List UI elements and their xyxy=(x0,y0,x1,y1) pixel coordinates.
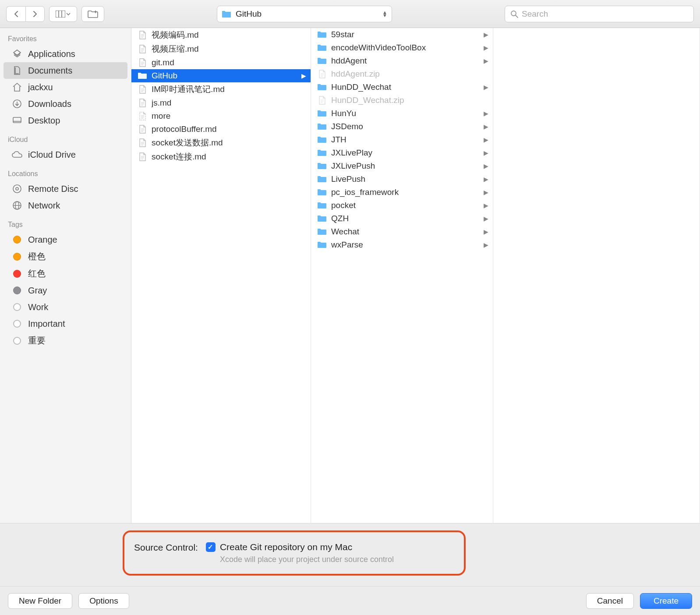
file-row[interactable]: git.md xyxy=(131,56,311,69)
sidebar-section-header: Locations xyxy=(0,163,131,180)
sidebar-section-header: Favorites xyxy=(0,28,131,46)
item-name: JSDemo xyxy=(331,122,479,131)
folder-row[interactable]: QZH▶ xyxy=(311,212,493,225)
folder-row[interactable]: HunYu▶ xyxy=(311,107,493,120)
applications-icon xyxy=(11,48,23,60)
item-name: GitHub xyxy=(152,71,297,81)
folder-icon xyxy=(317,135,327,145)
sidebar-item[interactable]: 重要 xyxy=(0,332,131,349)
folder-icon xyxy=(317,56,327,66)
item-name: pocket xyxy=(331,201,479,210)
folder-row[interactable]: 59star▶ xyxy=(311,28,493,41)
chevron-right-icon: ▶ xyxy=(484,241,488,248)
item-name: HunDD_Wechat.zip xyxy=(331,95,488,105)
folder-row[interactable]: wxParse▶ xyxy=(311,238,493,251)
source-control-checkbox-row[interactable]: ✓ Create Git repository on my Mac xyxy=(206,542,394,552)
file-icon xyxy=(138,44,147,54)
sidebar-item[interactable]: jackxu xyxy=(0,79,131,95)
chevron-right-icon: ▶ xyxy=(484,136,488,143)
file-row[interactable]: protocolBuffer.md xyxy=(131,123,311,136)
folder-row[interactable]: LivePush▶ xyxy=(311,173,493,186)
file-row[interactable]: IM即时通讯笔记.md xyxy=(131,82,311,96)
folder-row[interactable]: GitHub▶ xyxy=(131,69,311,82)
folder-row[interactable]: JXLivePlay▶ xyxy=(311,146,493,159)
sidebar-item-label: Applications xyxy=(28,49,75,59)
documents-icon xyxy=(11,65,23,76)
folder-icon xyxy=(317,187,327,197)
file-icon xyxy=(138,58,147,67)
new-folder-button[interactable]: New Folder xyxy=(8,593,72,609)
source-control-label: Source Control: xyxy=(134,542,198,553)
sidebar-section-header: iCloud xyxy=(0,129,131,146)
file-row[interactable]: more xyxy=(131,110,311,123)
forward-button[interactable] xyxy=(25,6,45,22)
folder-icon xyxy=(317,201,327,210)
view-mode-button[interactable] xyxy=(49,6,77,22)
file-row[interactable]: HunDD_Wechat.zip xyxy=(311,94,493,107)
item-name: wxParse xyxy=(331,240,479,250)
footer: New Folder Options Cancel Create xyxy=(0,586,700,615)
new-folder-toolbar-button[interactable] xyxy=(81,6,104,22)
chevron-right-icon: ▶ xyxy=(484,215,488,222)
source-control-area: Source Control: ✓ Create Git repository … xyxy=(0,523,700,586)
source-control-checkbox-label: Create Git repository on my Mac xyxy=(220,542,352,552)
create-button[interactable]: Create xyxy=(640,593,692,609)
folder-icon xyxy=(317,240,327,250)
column-2: 59star▶encodeWithVideoToolBox▶hddAgent▶h… xyxy=(311,28,493,523)
network-icon xyxy=(11,200,23,211)
sidebar-item-label: Downloads xyxy=(28,99,71,109)
chevron-right-icon: ▶ xyxy=(484,149,488,156)
path-popup[interactable]: GitHub ▲▼ xyxy=(217,6,392,22)
sidebar-item[interactable]: Orange xyxy=(0,231,131,248)
sidebar-item[interactable]: Gray xyxy=(0,282,131,299)
folder-row[interactable]: JTH▶ xyxy=(311,133,493,146)
item-name: pc_ios_framework xyxy=(331,187,479,197)
folder-row[interactable]: encodeWithVideoToolBox▶ xyxy=(311,41,493,54)
sidebar-item[interactable]: Work xyxy=(0,299,131,315)
sidebar-item[interactable]: Remote Disc xyxy=(0,180,131,197)
column-3 xyxy=(493,28,700,523)
sidebar-item[interactable]: Applications xyxy=(0,46,131,62)
item-name: 59star xyxy=(331,30,479,39)
file-row[interactable]: js.md xyxy=(131,96,311,110)
checkbox-checked-icon[interactable]: ✓ xyxy=(206,542,216,552)
nav-buttons xyxy=(6,6,45,22)
sidebar-item[interactable]: 橙色 xyxy=(0,248,131,265)
file-row[interactable]: 视频编码.md xyxy=(131,28,311,42)
sidebar-item[interactable]: Documents xyxy=(4,62,127,79)
column-1: 视频编码.md视频压缩.mdgit.mdGitHub▶IM即时通讯笔记.mdjs… xyxy=(131,28,311,523)
options-button[interactable]: Options xyxy=(78,593,129,609)
file-row[interactable]: hddAgent.zip xyxy=(311,67,493,81)
item-name: socket连接.md xyxy=(152,151,306,163)
folder-row[interactable]: Wechat▶ xyxy=(311,225,493,238)
columns-icon xyxy=(56,11,65,18)
sidebar-item[interactable]: iCloud Drive xyxy=(0,146,131,163)
sidebar-item-label: Orange xyxy=(28,235,57,245)
sidebar-item[interactable]: Important xyxy=(0,315,131,332)
folder-row[interactable]: hddAgent▶ xyxy=(311,54,493,67)
file-row[interactable]: socket发送数据.md xyxy=(131,136,311,150)
sidebar-item[interactable]: 红色 xyxy=(0,265,131,282)
folder-row[interactable]: HunDD_Wechat▶ xyxy=(311,81,493,94)
folder-row[interactable]: pc_ios_framework▶ xyxy=(311,186,493,199)
search-box[interactable] xyxy=(505,6,694,22)
file-row[interactable]: 视频压缩.md xyxy=(131,42,311,56)
sidebar-item[interactable]: Desktop xyxy=(0,112,131,129)
back-button[interactable] xyxy=(6,6,25,22)
folder-row[interactable]: JXLivePush▶ xyxy=(311,159,493,173)
sidebar-item[interactable]: Downloads xyxy=(0,95,131,112)
file-row[interactable]: socket连接.md xyxy=(131,150,311,164)
tag-icon xyxy=(11,301,23,313)
file-icon xyxy=(317,95,327,105)
tag-icon xyxy=(11,318,23,329)
item-name: 视频压缩.md xyxy=(152,43,306,55)
item-name: protocolBuffer.md xyxy=(152,124,306,134)
item-name: IM即时通讯笔记.md xyxy=(152,84,306,95)
search-input[interactable] xyxy=(522,9,688,19)
cancel-button[interactable]: Cancel xyxy=(586,593,634,609)
chevron-right-icon: ▶ xyxy=(301,72,306,79)
folder-row[interactable]: pocket▶ xyxy=(311,199,493,212)
sidebar-item[interactable]: Network xyxy=(0,197,131,214)
folder-row[interactable]: JSDemo▶ xyxy=(311,120,493,133)
sidebar-item-label: Documents xyxy=(28,66,72,76)
